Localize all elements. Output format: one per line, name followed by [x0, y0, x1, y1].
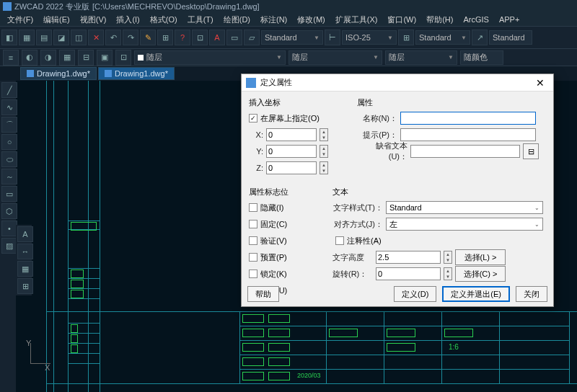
- align-select[interactable]: 左⌄: [386, 218, 543, 231]
- y-input[interactable]: [266, 145, 317, 158]
- tool-btn[interactable]: ◫: [71, 30, 87, 45]
- help-button[interactable]: 帮助: [247, 286, 279, 302]
- draw-circle[interactable]: ○: [1, 134, 17, 150]
- tool-btn[interactable]: ◧: [1, 30, 17, 45]
- prompt-input[interactable]: [400, 128, 536, 141]
- define-exit-button[interactable]: 定义并退出(E): [442, 286, 510, 302]
- verify-label: 验证(V): [260, 236, 287, 246]
- tool-btn[interactable]: ▭: [226, 30, 242, 45]
- tool-btn[interactable]: ✎: [140, 30, 156, 45]
- tool-btn[interactable]: ✕: [88, 30, 104, 45]
- draw-spline[interactable]: ～: [1, 169, 17, 184]
- tool-btn[interactable]: ⊞: [157, 30, 173, 45]
- annot-checkbox[interactable]: [335, 236, 344, 245]
- tool-btn[interactable]: ▤: [36, 30, 52, 45]
- draw-arc[interactable]: ⌒: [1, 117, 17, 133]
- menu-modify[interactable]: 修改(M): [293, 14, 330, 25]
- titlebar: ZWCAD 2022 专业版 [C:\Users\MECHREVO\Deskto…: [0, 0, 577, 13]
- menu-tools[interactable]: 工具(T): [183, 14, 218, 25]
- tool-btn[interactable]: ?: [175, 30, 190, 45]
- menu-arcgis[interactable]: ArcGIS: [459, 15, 493, 24]
- fixed-checkbox[interactable]: [249, 220, 257, 228]
- tool-btn[interactable]: ◪: [53, 30, 69, 45]
- onscreen-checkbox[interactable]: ✓: [249, 114, 257, 122]
- menu-format[interactable]: 格式(O): [146, 14, 182, 25]
- group-flags-title: 属性标志位: [249, 187, 335, 197]
- hidden-label: 隐藏(I): [260, 202, 283, 213]
- rot-input[interactable]: [376, 267, 441, 280]
- layer-combo4[interactable]: 随颜色: [460, 50, 503, 65]
- draw-line[interactable]: ╱: [1, 82, 17, 98]
- close-icon[interactable]: ✕: [532, 76, 549, 90]
- name-input[interactable]: [400, 112, 536, 125]
- draw-ellipse[interactable]: ⬭: [1, 151, 17, 167]
- style2-combo[interactable]: Standard▼: [415, 30, 470, 45]
- default-label: 缺省文本(U)：: [357, 141, 408, 162]
- verify-checkbox[interactable]: [249, 236, 257, 245]
- menu-view[interactable]: 视图(V): [76, 14, 111, 25]
- layer-btn[interactable]: ⊟: [78, 50, 94, 66]
- layer-btn[interactable]: ≡: [3, 50, 19, 66]
- menu-file[interactable]: 文件(F): [3, 14, 38, 25]
- height-pick-button[interactable]: 选择(L) >: [455, 249, 506, 265]
- tool-btn[interactable]: ↷: [123, 30, 138, 45]
- draw-hatch[interactable]: ▨: [1, 238, 17, 254]
- combo-text: Standard: [419, 33, 452, 42]
- menu-app[interactable]: APP+: [495, 15, 524, 24]
- file-icon: [105, 70, 112, 77]
- menu-draw[interactable]: 绘图(D): [219, 14, 255, 25]
- layer-btn[interactable]: ◐: [22, 50, 38, 66]
- z-input[interactable]: [266, 161, 317, 174]
- layer-combo2[interactable]: 随层▼: [288, 50, 382, 65]
- layer-btn[interactable]: ▣: [97, 50, 113, 66]
- app-title: ZWCAD 2022 专业版: [14, 1, 89, 12]
- x-input[interactable]: [266, 128, 317, 141]
- layer-btn[interactable]: ⊡: [115, 50, 131, 66]
- draw-polyline[interactable]: ∿: [1, 99, 17, 115]
- tool-btn[interactable]: ▱: [244, 30, 260, 45]
- rot-pick-button[interactable]: 选择(C) >: [455, 266, 506, 282]
- draw-rect[interactable]: ▭: [1, 186, 17, 202]
- z-spinner[interactable]: ▲▼: [320, 161, 328, 174]
- tool-btn[interactable]: ⊡: [192, 30, 208, 45]
- style3-combo[interactable]: Standard: [489, 30, 532, 45]
- tool-btn[interactable]: A: [209, 30, 225, 45]
- menu-help[interactable]: 帮助(H): [422, 14, 457, 25]
- height-spinner[interactable]: ▲▼: [444, 251, 452, 264]
- default-input[interactable]: [410, 145, 520, 158]
- menu-dim[interactable]: 标注(N): [256, 14, 291, 25]
- layer-toolbar: ≡ ◐ ◑ ▦ ⊟ ▣ ⊡ 随层▼ 随层▼ 随层▼ 随颜色: [0, 49, 577, 66]
- iso-combo[interactable]: ISO-25▼: [342, 30, 397, 45]
- style-combo[interactable]: Standard▼: [261, 30, 323, 45]
- file-tab[interactable]: Drawing1.dwg*: [20, 67, 97, 80]
- file-tab-active[interactable]: Drawing1.dwg*: [98, 67, 175, 80]
- draw-point[interactable]: •: [1, 220, 17, 236]
- rot-spinner[interactable]: ▲▼: [444, 267, 452, 280]
- layer-btn[interactable]: ▦: [59, 50, 75, 66]
- menu-insert[interactable]: 插入(I): [112, 14, 144, 25]
- draw-polygon[interactable]: ⬡: [1, 203, 17, 219]
- default-browse-button[interactable]: ⊟: [523, 143, 539, 159]
- x-spinner[interactable]: ▲▼: [320, 128, 328, 141]
- tool-btn[interactable]: ⊢: [325, 30, 340, 45]
- layer-combo3[interactable]: 随层▼: [385, 50, 457, 65]
- txtstyle-select[interactable]: Standard⌄: [386, 201, 543, 214]
- tool-btn[interactable]: ⊞: [398, 30, 414, 45]
- menu-edit[interactable]: 编辑(E): [39, 14, 74, 25]
- annot-label: 注释性(A): [347, 236, 382, 246]
- y-spinner[interactable]: ▲▼: [320, 145, 328, 158]
- menu-ext[interactable]: 扩展工具(X): [331, 14, 382, 25]
- tool-btn[interactable]: ▦: [19, 30, 35, 45]
- layer-combo[interactable]: 随层▼: [134, 50, 286, 65]
- preset-checkbox[interactable]: [249, 253, 257, 262]
- tool-btn[interactable]: ↶: [105, 30, 121, 45]
- lock-checkbox[interactable]: [249, 270, 257, 278]
- menu-window[interactable]: 窗口(W): [383, 14, 420, 25]
- select-value: Standard: [389, 203, 422, 212]
- hidden-checkbox[interactable]: [249, 203, 257, 212]
- close-button[interactable]: 关闭: [516, 286, 547, 302]
- tool-btn[interactable]: ↗: [472, 30, 488, 45]
- layer-btn[interactable]: ◑: [40, 50, 56, 66]
- define-button[interactable]: 定义(D): [394, 286, 436, 302]
- height-input[interactable]: [376, 251, 441, 264]
